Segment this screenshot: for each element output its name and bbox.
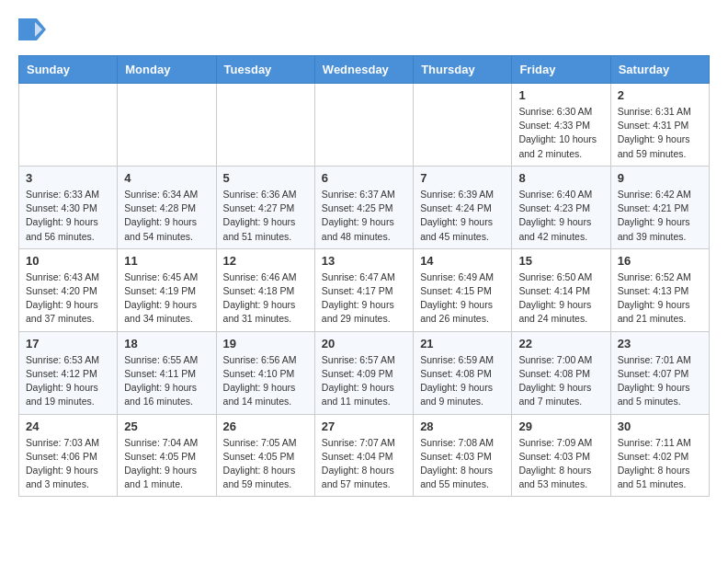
calendar-cell: 19Sunrise: 6:56 AM Sunset: 4:10 PM Dayli… (216, 331, 314, 414)
day-number: 18 (124, 337, 209, 350)
day-number: 27 (322, 419, 406, 433)
day-number: 2 (618, 88, 702, 102)
day-info: Sunrise: 6:45 AM Sunset: 4:19 PM Dayligh… (124, 270, 209, 327)
calendar-cell: 27Sunrise: 7:07 AM Sunset: 4:04 PM Dayli… (314, 414, 413, 497)
calendar-cell: 28Sunrise: 7:08 AM Sunset: 4:03 PM Dayli… (414, 414, 512, 497)
calendar-cell: 9Sunrise: 6:42 AM Sunset: 4:21 PM Daylig… (610, 166, 709, 248)
day-number: 22 (518, 337, 603, 350)
day-number: 24 (26, 419, 110, 433)
day-info: Sunrise: 7:11 AM Sunset: 4:02 PM Dayligh… (618, 436, 702, 492)
logo (18, 18, 51, 40)
page-header (18, 18, 710, 40)
calendar-cell: 11Sunrise: 6:45 AM Sunset: 4:19 PM Dayli… (118, 248, 216, 331)
day-number: 16 (618, 254, 702, 268)
calendar-cell: 14Sunrise: 6:49 AM Sunset: 4:15 PM Dayli… (414, 248, 512, 331)
day-number: 4 (124, 171, 209, 185)
day-number: 3 (26, 171, 110, 185)
calendar-cell: 6Sunrise: 6:37 AM Sunset: 4:25 PM Daylig… (314, 166, 413, 248)
day-info: Sunrise: 6:55 AM Sunset: 4:11 PM Dayligh… (124, 353, 209, 409)
weekday-header: Wednesday (314, 56, 413, 84)
day-info: Sunrise: 6:49 AM Sunset: 4:15 PM Dayligh… (420, 270, 505, 327)
day-number: 28 (420, 419, 505, 433)
weekday-header: Monday (118, 56, 216, 84)
calendar-cell: 24Sunrise: 7:03 AM Sunset: 4:06 PM Dayli… (19, 414, 118, 497)
weekday-header: Tuesday (216, 56, 314, 84)
calendar-cell: 15Sunrise: 6:50 AM Sunset: 4:14 PM Dayli… (512, 248, 610, 331)
calendar-cell: 2Sunrise: 6:31 AM Sunset: 4:31 PM Daylig… (610, 84, 709, 167)
day-info: Sunrise: 6:40 AM Sunset: 4:23 PM Dayligh… (518, 188, 603, 244)
day-number: 9 (618, 171, 702, 185)
calendar-cell: 12Sunrise: 6:46 AM Sunset: 4:18 PM Dayli… (216, 248, 314, 331)
calendar-cell: 1Sunrise: 6:30 AM Sunset: 4:33 PM Daylig… (512, 84, 610, 167)
calendar-week-row: 1Sunrise: 6:30 AM Sunset: 4:33 PM Daylig… (19, 84, 710, 167)
day-info: Sunrise: 7:09 AM Sunset: 4:03 PM Dayligh… (518, 436, 603, 492)
day-info: Sunrise: 6:46 AM Sunset: 4:18 PM Dayligh… (223, 270, 308, 327)
day-number: 14 (420, 254, 505, 268)
calendar-cell: 4Sunrise: 6:34 AM Sunset: 4:28 PM Daylig… (118, 166, 216, 248)
calendar-cell: 3Sunrise: 6:33 AM Sunset: 4:30 PM Daylig… (19, 166, 118, 248)
day-info: Sunrise: 7:08 AM Sunset: 4:03 PM Dayligh… (420, 436, 505, 492)
weekday-header: Sunday (19, 56, 118, 84)
day-info: Sunrise: 6:52 AM Sunset: 4:13 PM Dayligh… (618, 270, 702, 327)
day-number: 23 (618, 337, 702, 350)
day-info: Sunrise: 6:50 AM Sunset: 4:14 PM Dayligh… (518, 270, 603, 327)
calendar-cell: 5Sunrise: 6:36 AM Sunset: 4:27 PM Daylig… (216, 166, 314, 248)
day-number: 30 (618, 419, 702, 433)
day-info: Sunrise: 7:03 AM Sunset: 4:06 PM Dayligh… (26, 436, 110, 492)
day-info: Sunrise: 6:31 AM Sunset: 4:31 PM Dayligh… (618, 105, 702, 161)
calendar-week-row: 10Sunrise: 6:43 AM Sunset: 4:20 PM Dayli… (19, 248, 710, 331)
calendar-cell (314, 84, 413, 167)
day-number: 25 (124, 419, 209, 433)
day-number: 8 (518, 171, 603, 185)
day-info: Sunrise: 6:43 AM Sunset: 4:20 PM Dayligh… (26, 270, 110, 327)
calendar-cell: 26Sunrise: 7:05 AM Sunset: 4:05 PM Dayli… (216, 414, 314, 497)
day-info: Sunrise: 6:59 AM Sunset: 4:08 PM Dayligh… (420, 353, 505, 409)
day-number: 15 (518, 254, 603, 268)
day-info: Sunrise: 6:37 AM Sunset: 4:25 PM Dayligh… (322, 188, 406, 244)
day-info: Sunrise: 6:56 AM Sunset: 4:10 PM Dayligh… (223, 353, 308, 409)
day-number: 29 (518, 419, 603, 433)
calendar-cell: 7Sunrise: 6:39 AM Sunset: 4:24 PM Daylig… (414, 166, 512, 248)
calendar-cell (414, 84, 512, 167)
day-number: 5 (223, 171, 308, 185)
day-number: 7 (420, 171, 505, 185)
day-number: 1 (518, 88, 603, 102)
calendar-cell: 25Sunrise: 7:04 AM Sunset: 4:05 PM Dayli… (118, 414, 216, 497)
calendar-cell: 23Sunrise: 7:01 AM Sunset: 4:07 PM Dayli… (610, 331, 709, 414)
day-number: 11 (124, 254, 209, 268)
day-number: 12 (223, 254, 308, 268)
calendar-table: SundayMondayTuesdayWednesdayThursdayFrid… (18, 55, 710, 497)
calendar-cell: 30Sunrise: 7:11 AM Sunset: 4:02 PM Dayli… (610, 414, 709, 497)
day-info: Sunrise: 6:36 AM Sunset: 4:27 PM Dayligh… (223, 188, 308, 244)
day-number: 13 (322, 254, 406, 268)
day-info: Sunrise: 6:47 AM Sunset: 4:17 PM Dayligh… (322, 270, 406, 327)
day-number: 19 (223, 337, 308, 350)
calendar-cell: 17Sunrise: 6:53 AM Sunset: 4:12 PM Dayli… (19, 331, 118, 414)
calendar-header-row: SundayMondayTuesdayWednesdayThursdayFrid… (19, 56, 710, 84)
day-info: Sunrise: 7:07 AM Sunset: 4:04 PM Dayligh… (322, 436, 406, 492)
calendar-cell: 20Sunrise: 6:57 AM Sunset: 4:09 PM Dayli… (314, 331, 413, 414)
calendar-week-row: 3Sunrise: 6:33 AM Sunset: 4:30 PM Daylig… (19, 166, 710, 248)
calendar-cell: 18Sunrise: 6:55 AM Sunset: 4:11 PM Dayli… (118, 331, 216, 414)
day-info: Sunrise: 6:33 AM Sunset: 4:30 PM Dayligh… (26, 188, 110, 244)
day-info: Sunrise: 6:30 AM Sunset: 4:33 PM Dayligh… (518, 105, 603, 161)
day-info: Sunrise: 7:04 AM Sunset: 4:05 PM Dayligh… (124, 436, 209, 492)
day-number: 26 (223, 419, 308, 433)
calendar-cell: 13Sunrise: 6:47 AM Sunset: 4:17 PM Dayli… (314, 248, 413, 331)
day-number: 17 (26, 337, 110, 350)
day-info: Sunrise: 6:39 AM Sunset: 4:24 PM Dayligh… (420, 188, 505, 244)
day-number: 21 (420, 337, 505, 350)
day-info: Sunrise: 6:34 AM Sunset: 4:28 PM Dayligh… (124, 188, 209, 244)
day-info: Sunrise: 7:05 AM Sunset: 4:05 PM Dayligh… (223, 436, 308, 492)
day-info: Sunrise: 7:01 AM Sunset: 4:07 PM Dayligh… (618, 353, 702, 409)
day-info: Sunrise: 6:53 AM Sunset: 4:12 PM Dayligh… (26, 353, 110, 409)
day-info: Sunrise: 6:42 AM Sunset: 4:21 PM Dayligh… (618, 188, 702, 244)
calendar-week-row: 17Sunrise: 6:53 AM Sunset: 4:12 PM Dayli… (19, 331, 710, 414)
weekday-header: Saturday (610, 56, 709, 84)
calendar-cell: 10Sunrise: 6:43 AM Sunset: 4:20 PM Dayli… (19, 248, 118, 331)
calendar-cell (19, 84, 118, 167)
calendar-cell (216, 84, 314, 167)
calendar-cell: 22Sunrise: 7:00 AM Sunset: 4:08 PM Dayli… (512, 331, 610, 414)
calendar-cell: 21Sunrise: 6:59 AM Sunset: 4:08 PM Dayli… (414, 331, 512, 414)
day-info: Sunrise: 6:57 AM Sunset: 4:09 PM Dayligh… (322, 353, 406, 409)
